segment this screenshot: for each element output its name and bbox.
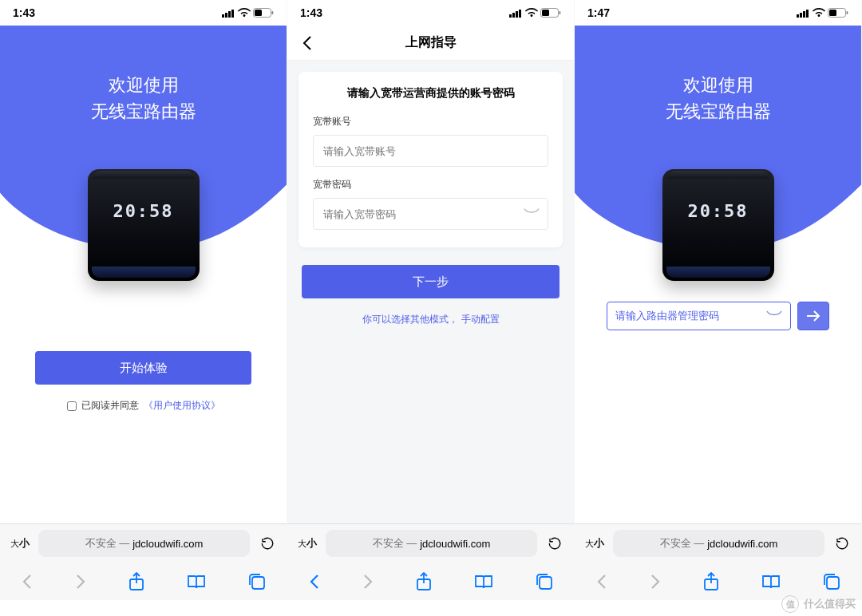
page-title: 上网指导 <box>405 34 457 51</box>
safari-chrome: 大小 不安全 — jdcloudwifi.com <box>287 523 574 600</box>
hero-title: 欢迎使用 无线宝路由器 <box>0 72 287 124</box>
signal-icon <box>222 9 235 18</box>
status-bar: 1:47 <box>575 0 861 26</box>
share-button[interactable] <box>129 572 144 591</box>
bookmarks-button[interactable] <box>187 574 206 590</box>
device-clock: 20:58 <box>113 201 173 221</box>
text-size-button[interactable]: 大小 <box>583 536 607 551</box>
bookmarks-button[interactable] <box>761 574 781 590</box>
device-clock: 20:58 <box>687 201 748 221</box>
battery-icon <box>253 8 274 18</box>
svg-rect-9 <box>509 14 512 18</box>
back-button[interactable] <box>309 574 320 590</box>
router-device-image: 20:58 <box>658 161 778 289</box>
back-button[interactable] <box>22 574 33 590</box>
wifi-icon <box>238 8 251 18</box>
status-indicators <box>797 8 848 18</box>
tabs-button[interactable] <box>823 573 840 590</box>
share-button[interactable] <box>703 572 719 591</box>
signal-icon <box>797 9 810 18</box>
submit-arrow-button[interactable] <box>797 302 829 330</box>
svg-rect-23 <box>829 10 836 16</box>
mode-prefix: 你可以选择其他模式， <box>362 314 458 325</box>
password-label: 宽带密码 <box>313 178 548 192</box>
svg-rect-3 <box>231 10 234 18</box>
safari-toolbar <box>575 563 861 600</box>
router-password-placeholder: 请输入路由器管理密码 <box>615 309 766 323</box>
wifi-icon <box>813 8 825 18</box>
svg-rect-19 <box>800 13 802 18</box>
agreement-prefix: 已阅读并同意 <box>81 399 139 413</box>
phone-screen-1: 1:43 欢迎使用 无线宝路由器 20:58 开始体验 已阅读并同意 <box>0 0 287 600</box>
start-button-label: 开始体验 <box>120 361 168 376</box>
agreement-link[interactable]: 《用户使用协议》 <box>144 399 220 413</box>
router-password-input[interactable]: 请输入路由器管理密码 <box>607 302 791 330</box>
back-button[interactable] <box>596 574 607 590</box>
tabs-button[interactable] <box>536 573 553 590</box>
next-button-label: 下一步 <box>413 274 449 290</box>
card-title: 请输入宽带运营商提供的账号密码 <box>313 86 548 101</box>
svg-rect-0 <box>222 14 224 18</box>
svg-rect-10 <box>512 13 515 18</box>
status-bar: 1:43 <box>287 0 574 26</box>
agreement-checkbox[interactable] <box>67 401 77 411</box>
svg-rect-8 <box>252 577 264 589</box>
reload-button[interactable] <box>831 536 853 551</box>
forward-button[interactable] <box>650 574 661 590</box>
bookmarks-button[interactable] <box>474 574 493 590</box>
address-bar[interactable]: 不安全 — jdcloudwifi.com <box>38 530 250 557</box>
reload-button[interactable] <box>256 536 279 551</box>
back-icon[interactable] <box>295 26 319 60</box>
password-input-field[interactable] <box>323 208 538 220</box>
eye-icon[interactable] <box>766 309 782 323</box>
url-domain: jdcloudwifi.com <box>707 538 777 550</box>
account-label: 宽带账号 <box>313 115 548 128</box>
svg-rect-26 <box>827 577 839 589</box>
svg-rect-18 <box>797 14 799 18</box>
forward-button[interactable] <box>75 574 86 590</box>
address-bar[interactable]: 不安全 — jdcloudwifi.com <box>613 530 824 557</box>
forward-button[interactable] <box>362 574 374 590</box>
safari-toolbar <box>0 563 287 600</box>
status-time: 1:47 <box>587 6 610 19</box>
watermark-text: 什么值得买 <box>804 597 856 611</box>
svg-rect-1 <box>225 13 227 18</box>
safari-chrome: 大小 不安全 — jdcloudwifi.com <box>0 523 287 600</box>
url-domain: jdcloudwifi.com <box>420 538 490 550</box>
hero-title: 欢迎使用 无线宝路由器 <box>575 72 861 124</box>
battery-icon <box>540 8 561 18</box>
manual-config-link[interactable]: 手动配置 <box>461 314 500 325</box>
next-button[interactable]: 下一步 <box>302 265 560 298</box>
start-button[interactable]: 开始体验 <box>35 351 251 385</box>
eye-icon[interactable] <box>524 208 540 220</box>
svg-rect-21 <box>806 10 809 18</box>
account-input[interactable] <box>313 135 548 167</box>
signal-icon <box>509 9 523 18</box>
safari-toolbar <box>287 563 574 600</box>
agreement-row: 已阅读并同意 《用户使用协议》 <box>35 399 251 413</box>
svg-rect-15 <box>560 11 561 14</box>
phone-screen-2: 1:43 上网指导 请输入宽带运营商提供的账号密码 宽带账号 宽带密码 <box>287 0 575 600</box>
hero-title-line1: 欢迎使用 <box>575 72 861 98</box>
battery-icon <box>828 8 848 18</box>
svg-rect-11 <box>516 11 518 18</box>
address-bar[interactable]: 不安全 — jdcloudwifi.com <box>326 530 537 557</box>
account-input-field[interactable] <box>323 145 538 157</box>
phone-screen-3: 1:47 欢迎使用 无线宝路由器 20:58 请输入路由器管理密码 <box>575 0 862 600</box>
text-size-button[interactable]: 大小 <box>8 536 32 551</box>
status-indicators <box>509 8 561 18</box>
status-bar: 1:43 <box>0 0 287 26</box>
url-domain: jdcloudwifi.com <box>132 538 203 550</box>
setup-body: 请输入宽带运营商提供的账号密码 宽带账号 宽带密码 下一步 你可以选择其他模式，… <box>287 61 574 523</box>
status-time: 1:43 <box>13 6 35 19</box>
insecure-label: 不安全 — <box>660 536 705 551</box>
tabs-button[interactable] <box>248 573 266 590</box>
svg-rect-20 <box>803 11 805 18</box>
status-time: 1:43 <box>300 6 322 19</box>
reload-button[interactable] <box>544 536 566 551</box>
svg-rect-14 <box>542 10 549 16</box>
text-size-button[interactable]: 大小 <box>295 536 319 551</box>
share-button[interactable] <box>416 572 432 591</box>
safari-chrome: 大小 不安全 — jdcloudwifi.com <box>575 523 861 600</box>
password-input[interactable] <box>313 198 548 230</box>
